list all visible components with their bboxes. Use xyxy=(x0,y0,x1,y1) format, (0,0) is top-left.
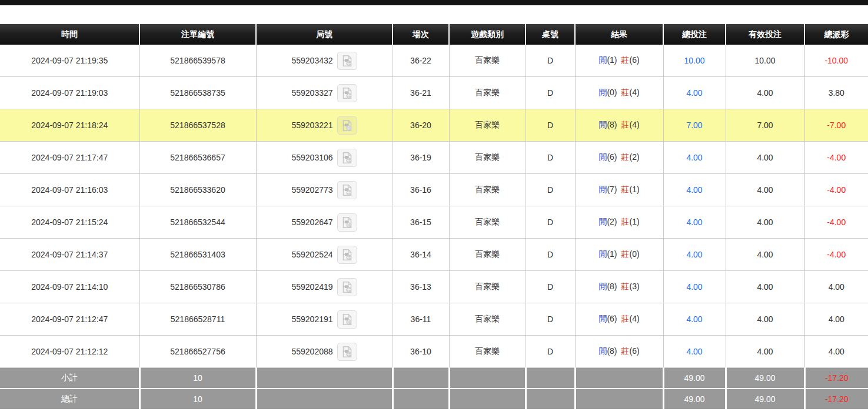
bet-record-row[interactable]: 2024-09-07 21:12:47521866528711559202191… xyxy=(0,303,868,336)
cell-game-type: 百家樂 xyxy=(449,336,526,368)
cell-round-no: 559202773 xyxy=(256,174,393,206)
cell-time: 2024-09-07 21:16:03 xyxy=(0,174,139,206)
bet-record-row[interactable]: 2024-09-07 21:19:03521866538735559203327… xyxy=(0,77,868,109)
bet-record-row[interactable]: 2024-09-07 21:15:24521866532544559202647… xyxy=(0,206,868,239)
cell-session: 36-11 xyxy=(393,303,449,336)
subtotal-valid-bet: 49.00 xyxy=(726,368,804,389)
cell-session: 36-14 xyxy=(393,239,449,271)
cell-table-no: D xyxy=(526,109,575,142)
cell-result: 閒(0)莊(4) xyxy=(575,77,663,109)
cell-game-type: 百家樂 xyxy=(449,239,526,271)
cell-bet-id: 521866538735 xyxy=(139,77,256,109)
cell-result: 閒(8)莊(3) xyxy=(575,271,663,303)
cell-total-payout: -4.00 xyxy=(804,239,868,271)
video-replay-button[interactable] xyxy=(337,213,357,232)
grand-total-label: 總計 xyxy=(0,389,139,409)
round-number-group: 559203432 xyxy=(291,52,357,70)
cell-round-no: 559202524 xyxy=(256,239,393,271)
cell-bet-id: 521866531403 xyxy=(139,239,256,271)
cell-round-no: 559202647 xyxy=(256,206,393,239)
cell-time: 2024-09-07 21:18:24 xyxy=(0,109,139,142)
cell-bet-id: 521866539578 xyxy=(139,45,256,77)
bet-record-row[interactable]: 2024-09-07 21:17:47521866536657559203106… xyxy=(0,142,868,174)
round-number: 559202524 xyxy=(291,250,332,259)
subtotal-empty-table xyxy=(526,368,575,389)
round-number: 559203106 xyxy=(291,153,332,162)
cell-round-no: 559203221 xyxy=(256,109,393,142)
bet-record-row[interactable]: 2024-09-07 21:12:12521866527756559202088… xyxy=(0,336,868,368)
cell-total-bet: 4.00 xyxy=(663,174,726,206)
bet-record-row[interactable]: 2024-09-07 21:16:03521866533620559202773… xyxy=(0,174,868,206)
cell-result: 閒(6)莊(4) xyxy=(575,303,663,336)
bet-record-row[interactable]: 2024-09-07 21:18:24521866537528559203221… xyxy=(0,109,868,142)
round-number-group: 559203327 xyxy=(291,84,357,102)
video-replay-button[interactable] xyxy=(337,84,357,102)
cell-table-no: D xyxy=(526,142,575,174)
cell-valid-bet: 4.00 xyxy=(726,206,804,239)
cell-table-no: D xyxy=(526,77,575,109)
cell-game-type: 百家樂 xyxy=(449,271,526,303)
video-replay-button[interactable] xyxy=(337,52,357,70)
grand-total-total-bet: 49.00 xyxy=(663,389,726,409)
subtotal-empty-game xyxy=(449,368,526,389)
cell-bet-id: 521866536657 xyxy=(139,142,256,174)
cell-table-no: D xyxy=(526,239,575,271)
video-replay-button[interactable] xyxy=(337,278,357,296)
video-replay-icon xyxy=(341,152,353,164)
cell-time: 2024-09-07 21:19:35 xyxy=(0,45,139,77)
cell-time: 2024-09-07 21:15:24 xyxy=(0,206,139,239)
cell-time: 2024-09-07 21:14:10 xyxy=(0,271,139,303)
bet-record-row[interactable]: 2024-09-07 21:19:35521866539578559203432… xyxy=(0,45,868,77)
video-replay-button[interactable] xyxy=(337,343,357,361)
column-header-valid_bet: 有效投注 xyxy=(726,24,804,45)
cell-round-no: 559203106 xyxy=(256,142,393,174)
bet-history-table: 時間注單編號局號場次遊戲類別桌號結果總投注有效投注總派彩 2024-09-07 … xyxy=(0,24,868,409)
video-replay-button[interactable] xyxy=(337,116,357,135)
cell-round-no: 559202191 xyxy=(256,303,393,336)
cell-total-payout: 4.00 xyxy=(804,271,868,303)
cell-total-payout: -4.00 xyxy=(804,142,868,174)
round-number: 559202647 xyxy=(291,217,332,227)
video-replay-icon xyxy=(341,119,353,132)
cell-round-no: 559203432 xyxy=(256,45,393,77)
page-gap xyxy=(0,5,868,24)
cell-total-bet: 10.00 xyxy=(663,45,726,77)
player-result: 閒(8) xyxy=(598,120,617,129)
grand-total-count: 10 xyxy=(139,389,256,409)
player-result: 閒(6) xyxy=(598,314,617,323)
cell-time: 2024-09-07 21:12:12 xyxy=(0,336,139,368)
player-result: 閒(1) xyxy=(598,55,617,65)
round-number-group: 559202524 xyxy=(291,246,357,264)
cell-session: 36-22 xyxy=(393,45,449,77)
grand-total-payout: -17.20 xyxy=(804,389,868,409)
cell-session: 36-20 xyxy=(393,109,449,142)
cell-table-no: D xyxy=(526,206,575,239)
video-replay-button[interactable] xyxy=(337,310,357,329)
cell-total-payout: -10.00 xyxy=(804,45,868,77)
bet-record-row[interactable]: 2024-09-07 21:14:37521866531403559202524… xyxy=(0,239,868,271)
cell-round-no: 559202088 xyxy=(256,336,393,368)
cell-table-no: D xyxy=(526,45,575,77)
cell-valid-bet: 4.00 xyxy=(726,336,804,368)
cell-total-payout: -4.00 xyxy=(804,206,868,239)
cell-bet-id: 521866528711 xyxy=(139,303,256,336)
bet-record-row[interactable]: 2024-09-07 21:14:10521866530786559202419… xyxy=(0,271,868,303)
cell-result: 閒(1)莊(0) xyxy=(575,239,663,271)
cell-round-no: 559203327 xyxy=(256,77,393,109)
cell-result: 閒(1)莊(6) xyxy=(575,45,663,77)
video-replay-button[interactable] xyxy=(337,149,357,167)
cell-bet-id: 521866527756 xyxy=(139,336,256,368)
table-body: 2024-09-07 21:19:35521866539578559203432… xyxy=(0,45,868,368)
column-header-total_payout: 總派彩 xyxy=(804,24,868,45)
column-header-time: 時間 xyxy=(0,24,139,45)
cell-session: 36-19 xyxy=(393,142,449,174)
round-number-group: 559202088 xyxy=(291,343,357,361)
round-number-group: 559203106 xyxy=(291,149,357,167)
cell-result: 閒(8)莊(6) xyxy=(575,336,663,368)
video-replay-button[interactable] xyxy=(337,181,357,199)
round-number: 559203432 xyxy=(291,56,332,65)
video-replay-button[interactable] xyxy=(337,246,357,264)
cell-valid-bet: 4.00 xyxy=(726,77,804,109)
cell-bet-id: 521866537528 xyxy=(139,109,256,142)
cell-time: 2024-09-07 21:14:37 xyxy=(0,239,139,271)
